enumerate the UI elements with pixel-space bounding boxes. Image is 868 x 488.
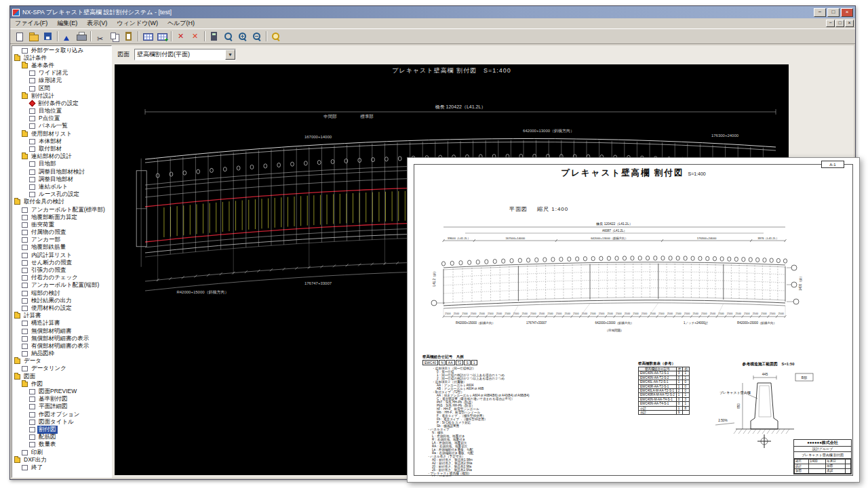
tree-item[interactable]: 終了 <box>12 464 111 471</box>
tree-item[interactable]: 内訳計算リスト <box>12 251 111 259</box>
calc-button[interactable] <box>207 30 221 43</box>
tree-item[interactable]: 取付部材 <box>12 145 111 152</box>
tree-item[interactable]: 設計条件 <box>12 54 111 62</box>
tree-item[interactable]: 外部データ取り込み <box>12 47 111 54</box>
tree-item[interactable]: 区間 <box>12 85 111 92</box>
tree-item[interactable]: 数量表 <box>12 441 111 449</box>
cut-button[interactable] <box>93 30 107 43</box>
minimize-button[interactable]: − <box>814 8 826 17</box>
zoom-window-button[interactable] <box>221 30 235 43</box>
menu-view[interactable]: 表示(V) <box>82 18 112 28</box>
tree-item[interactable]: アンカーボルト配置(端部) <box>12 282 111 289</box>
drawing-combobox[interactable]: 壁高欄割付図(平面) ▼ <box>134 49 236 60</box>
menu-edit[interactable]: 編集(E) <box>52 18 82 28</box>
open-button[interactable] <box>26 30 41 43</box>
tree-item[interactable]: DXF出力 <box>12 456 111 464</box>
new-button[interactable] <box>12 30 26 43</box>
tree-item-label: 配筋図 <box>37 433 58 441</box>
zoom-out-button[interactable] <box>250 30 264 43</box>
tree-item[interactable]: データリンク <box>12 365 111 373</box>
tree-item[interactable]: アンカーボルト配置(標準部) <box>12 206 111 214</box>
tree-item[interactable]: 配筋図 <box>12 434 111 441</box>
paste-button[interactable] <box>121 30 136 43</box>
tree-item[interactable]: せん断力の照査 <box>12 259 111 266</box>
menu-help[interactable]: ヘルプ(H) <box>163 18 199 28</box>
document-icon <box>29 427 35 432</box>
tree-item[interactable]: 図面タイトル <box>12 418 111 426</box>
tree-item[interactable]: データ <box>12 358 111 365</box>
tree-item[interactable]: 基準割付図 <box>12 396 111 403</box>
tree-item[interactable]: 端部の検討 <box>12 289 111 297</box>
zoom-in-button[interactable] <box>235 30 250 43</box>
grid-add-button[interactable] <box>155 30 169 43</box>
tree-item[interactable]: 取付金具の検討 <box>12 199 111 206</box>
delete-all-button[interactable] <box>188 30 202 43</box>
save-button[interactable] <box>41 30 55 43</box>
tree-item[interactable]: パネル一覧 <box>12 123 111 130</box>
tree-item[interactable]: 基本条件 <box>12 62 111 69</box>
tree-item[interactable]: 図面PREVIEW <box>12 388 111 395</box>
mdi-minimize-button[interactable]: − <box>826 20 835 27</box>
spec-cell: EWC40N-M-AA-T4-S-1 <box>639 397 677 401</box>
tree-item-label: パネル一覧 <box>37 122 69 130</box>
tree-item[interactable]: ワイド諸元 <box>12 70 111 77</box>
tree-item[interactable]: P点位置 <box>12 115 111 123</box>
tree-item[interactable]: 衝突荷重 <box>12 221 111 228</box>
tree-item[interactable]: 平面詳細図 <box>12 403 111 411</box>
tree-item-label: 図面 <box>22 373 37 381</box>
tree-item[interactable]: 作図オプション <box>12 411 111 418</box>
tree-item[interactable]: 納品図枠 <box>12 350 111 358</box>
tree-item[interactable]: 作図 <box>12 380 111 388</box>
tree-item-label: 連結ボルト <box>37 183 69 191</box>
title-bar[interactable]: NX-SPA プレキャスト壁高欄 設計割付システム - [test] − □ × <box>10 6 855 18</box>
legend-lines: ・追加項目１（同一仕様検討）0：第一仕様1：同一仕様の検討が２つ以上ある場合の１… <box>422 367 634 476</box>
menu-window[interactable]: ウィンドウ(W) <box>112 18 163 28</box>
print-button[interactable] <box>74 30 88 43</box>
close-button[interactable]: × <box>841 8 853 17</box>
tree-item[interactable]: 図面 <box>12 373 111 380</box>
tree-item[interactable]: 連結ボルト <box>12 183 111 190</box>
tree-item[interactable]: 調整目地部材検討 <box>12 168 111 176</box>
svg-text:2500: 2500 <box>642 312 647 315</box>
tree-item[interactable]: 計算書 <box>12 312 111 320</box>
tree-item[interactable]: 地覆部断面力算定 <box>12 214 111 221</box>
legend-block: 壁高欄組合せ記号 凡例 EWC40NAAT2S1 ・追加項目１（同一仕様検討）0… <box>422 354 634 476</box>
tree-item[interactable]: アンカー部 <box>12 237 111 244</box>
help-button[interactable] <box>269 30 283 43</box>
tree-item[interactable]: 割付図 <box>12 426 111 433</box>
tree-item[interactable]: 本体部材 <box>12 138 111 145</box>
tree-item[interactable]: 印刷 <box>12 449 111 456</box>
tree-item[interactable]: 目地位置 <box>12 108 111 115</box>
tree-item[interactable]: 使用材料の設定 <box>12 304 111 312</box>
mdi-restore-button[interactable]: □ <box>835 20 844 27</box>
title-block-cell: 承認 <box>826 469 846 474</box>
tree-item[interactable]: 地覆部鉄筋量 <box>12 244 111 251</box>
tree-item[interactable]: ルース孔の設定 <box>12 191 111 199</box>
tree-item[interactable]: 無償部材明細書 <box>12 327 111 335</box>
tree-item[interactable]: 目地部 <box>12 161 111 168</box>
tree-item[interactable]: 付属物の照査 <box>12 229 111 237</box>
tree-item[interactable]: 検討結果の出力 <box>12 297 111 304</box>
document-icon <box>29 146 35 152</box>
menu-file[interactable]: ファイル(F) <box>10 18 52 28</box>
tree-item[interactable]: 線形諸元 <box>12 77 111 85</box>
drawing-preview-window[interactable]: A-1 プレキャスト壁高欄 割付図S=1:400 平面図縮尺 1:400 橋長 … <box>407 157 860 483</box>
maximize-button[interactable]: □ <box>827 8 840 17</box>
tree-item[interactable]: 調整目地部材 <box>12 176 111 183</box>
copy-button[interactable] <box>107 30 121 43</box>
tree-item[interactable]: 連結部材の設計 <box>12 153 111 161</box>
tree-item[interactable]: 有償部材明細書の表示 <box>12 342 111 350</box>
tree-item[interactable]: 無償部材明細書の表示 <box>12 335 111 342</box>
tree-item[interactable]: 構造計算書 <box>12 320 111 327</box>
delete-button[interactable] <box>174 30 188 43</box>
tree-item[interactable]: 使用部材リスト <box>12 130 111 138</box>
tree-item[interactable]: 付着力のチェック <box>12 274 111 282</box>
tree-item[interactable]: 割付設計 <box>12 92 111 100</box>
tree-item[interactable]: 割付条件の設定 <box>12 100 111 107</box>
up-arrow-button[interactable] <box>60 30 74 43</box>
document-icon <box>29 86 35 92</box>
tree-item[interactable]: 引張力の照査 <box>12 266 111 274</box>
grid-button[interactable] <box>140 30 155 43</box>
mdi-close-button[interactable]: × <box>845 20 854 27</box>
document-icon <box>29 177 35 182</box>
